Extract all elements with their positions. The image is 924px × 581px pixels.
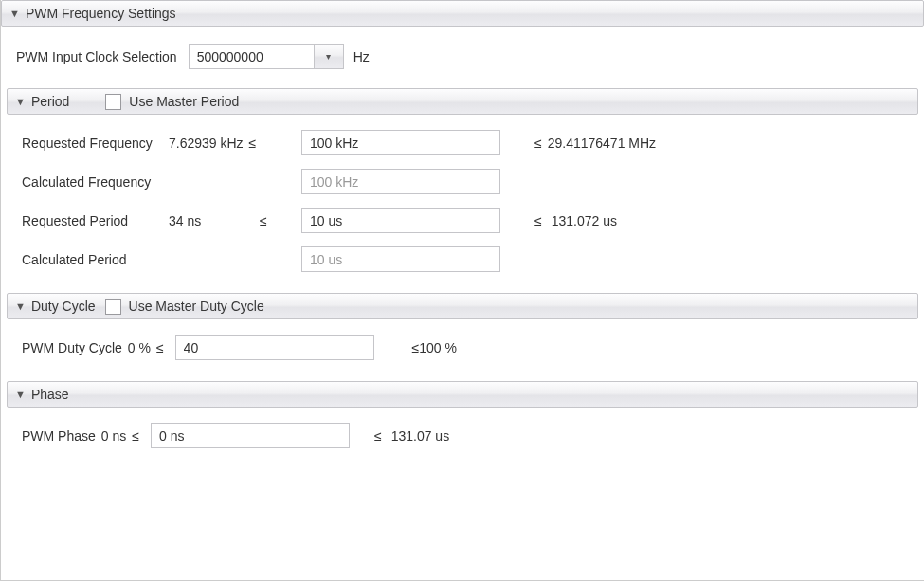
use-master-period-label: Use Master Period	[129, 94, 239, 109]
phase-row: PWM Phase 0 ns ≤ ≤ 131.07 us	[22, 423, 903, 448]
clock-dropdown-button[interactable]: ▾	[314, 44, 344, 69]
use-master-duty-cycle-label: Use Master Duty Cycle	[129, 299, 264, 314]
requested-frequency-label: Requested Frequency	[22, 136, 169, 151]
pwm-frequency-settings-header[interactable]: ▼ PWM Frequency Settings	[1, 0, 924, 27]
requested-frequency-row: Requested Frequency 7.62939 kHz ≤ ≤ 29.4…	[22, 130, 903, 155]
requested-period-input[interactable]	[301, 208, 500, 233]
leq-icon: ≤	[369, 428, 388, 444]
duty-cycle-header[interactable]: ▼ Duty Cycle Use Master Duty Cycle	[7, 293, 918, 319]
phase-min: 0 ns	[101, 428, 126, 444]
calculated-period-row: Calculated Period	[22, 246, 903, 272]
leq-icon: ≤	[529, 213, 548, 228]
requested-frequency-input[interactable]	[301, 130, 500, 155]
requested-frequency-min: 7.62939 kHz	[169, 136, 244, 151]
calculated-frequency-label: Calculated Frequency	[22, 174, 169, 190]
chevron-down-icon: ▼	[15, 389, 26, 400]
period-panel: ▼ Period Use Master Period Requested Fre…	[7, 88, 918, 281]
requested-period-max: 131.072 us	[552, 213, 617, 228]
period-title: Period	[31, 94, 69, 109]
chevron-down-icon: ▼	[15, 300, 26, 312]
phase-header[interactable]: ▼ Phase	[7, 381, 918, 408]
duty-cycle-min: 0 %	[128, 340, 151, 355]
requested-frequency-max: 29.41176471 MHz	[548, 136, 656, 151]
clock-value-input[interactable]	[189, 44, 314, 69]
phase-panel: ▼ Phase PWM Phase 0 ns ≤ ≤ 131.07 us	[7, 381, 918, 458]
phase-label: PWM Phase	[22, 428, 96, 444]
pwm-frequency-settings-panel: ▼ PWM Frequency Settings PWM Input Clock…	[1, 0, 924, 465]
clock-selection-label: PWM Input Clock Selection	[16, 49, 177, 64]
calculated-period-output	[301, 246, 500, 272]
calculated-frequency-row: Calculated Frequency	[22, 169, 903, 194]
clock-unit-label: Hz	[353, 49, 370, 64]
chevron-down-icon: ▾	[326, 51, 331, 62]
leq-icon: ≤	[151, 340, 170, 355]
clock-selection-row: PWM Input Clock Selection ▾ Hz	[7, 44, 918, 69]
chevron-down-icon: ▼	[15, 96, 26, 107]
leq-icon: ≤	[126, 428, 145, 444]
duty-cycle-max: ≤100 %	[412, 340, 457, 355]
duty-cycle-label: PWM Duty Cycle	[22, 340, 122, 355]
requested-period-row: Requested Period 34 ns ≤ ≤ 131.072 us	[22, 208, 903, 233]
period-header[interactable]: ▼ Period Use Master Period	[7, 88, 918, 115]
duty-cycle-input[interactable]	[175, 335, 374, 360]
calculated-period-label: Calculated Period	[22, 252, 169, 267]
use-master-duty-cycle-checkbox[interactable]	[105, 299, 121, 315]
requested-period-label: Requested Period	[22, 213, 169, 228]
leq-icon: ≤	[244, 136, 263, 151]
leq-icon: ≤	[254, 213, 273, 228]
duty-cycle-row: PWM Duty Cycle 0 % ≤ ≤100 %	[22, 335, 903, 360]
pwm-frequency-settings-title: PWM Frequency Settings	[26, 6, 176, 21]
phase-input[interactable]	[151, 423, 350, 448]
leq-icon: ≤	[529, 136, 548, 151]
calculated-frequency-output	[301, 169, 500, 194]
clock-selection-combo[interactable]: ▾	[189, 44, 344, 69]
requested-period-min: 34 ns	[169, 213, 254, 228]
use-master-period-checkbox[interactable]	[105, 94, 121, 110]
phase-title: Phase	[31, 387, 69, 402]
duty-cycle-panel: ▼ Duty Cycle Use Master Duty Cycle PWM D…	[7, 293, 918, 370]
chevron-down-icon: ▼	[9, 8, 20, 19]
phase-max: 131.07 us	[391, 428, 450, 444]
duty-cycle-title: Duty Cycle	[31, 299, 96, 314]
